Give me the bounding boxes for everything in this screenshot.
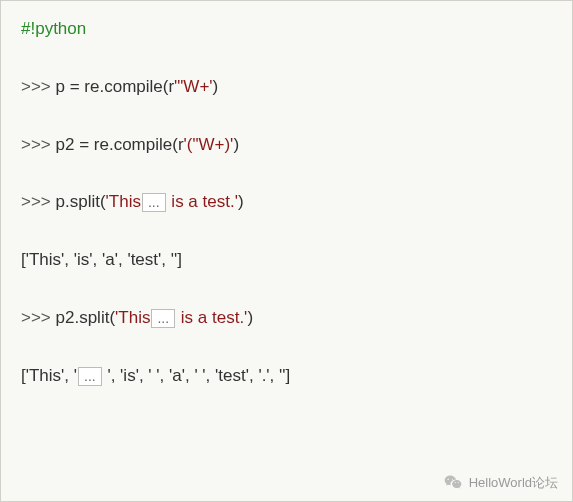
ellipsis-icon: ... (78, 367, 102, 386)
code-line: >>> p.split('This... is a test.') (21, 190, 552, 214)
code-text: ) (247, 308, 253, 327)
output-line: ['This', 'is', 'a', 'test', ''] (21, 248, 552, 272)
code-block: #!python >>> p = re.compile(r'"W+') >>> … (1, 1, 572, 404)
code-line: >>> p = re.compile(r'"W+') (21, 75, 552, 99)
output-line: ['This', '... ', 'is', ' ', 'a', ' ', 't… (21, 364, 552, 388)
repl-prompt: >>> (21, 77, 56, 96)
watermark: HelloWorld论坛 (443, 473, 558, 493)
string-literal: is a test.' (167, 192, 238, 211)
code-text: p2.split( (56, 308, 116, 327)
string-literal: '"W+' (174, 77, 213, 96)
wechat-icon (443, 473, 463, 493)
code-text: ) (238, 192, 244, 211)
shebang-line: #!python (21, 19, 86, 38)
string-literal: 'This (106, 192, 141, 211)
output-text: ', 'is', ' ', 'a', ' ', 'test', '.', ''] (103, 366, 291, 385)
code-text: ) (213, 77, 219, 96)
code-text: ) (233, 135, 239, 154)
ellipsis-icon: ... (151, 309, 175, 328)
repl-prompt: >>> (21, 308, 56, 327)
code-line: >>> p2.split('This... is a test.') (21, 306, 552, 330)
string-literal: '("W+)' (184, 135, 234, 154)
ellipsis-icon: ... (142, 193, 166, 212)
string-literal: is a test.' (176, 308, 247, 327)
code-text: p = re.compile(r (56, 77, 175, 96)
repl-prompt: >>> (21, 192, 56, 211)
code-line: >>> p2 = re.compile(r'("W+)') (21, 133, 552, 157)
code-line: #!python (21, 17, 552, 41)
string-literal: 'This (115, 308, 150, 327)
output-text: ['This', ' (21, 366, 77, 385)
code-text: p.split( (56, 192, 106, 211)
watermark-text: HelloWorld论坛 (469, 474, 558, 492)
output-text: ['This', 'is', 'a', 'test', ''] (21, 250, 182, 269)
repl-prompt: >>> (21, 135, 56, 154)
code-text: p2 = re.compile(r (56, 135, 184, 154)
